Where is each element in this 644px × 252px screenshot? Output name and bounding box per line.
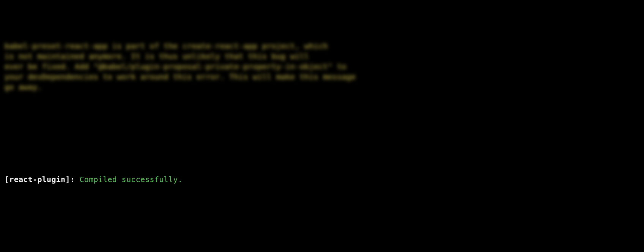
compiled-line: [react-plugin]: Compiled successfully. — [5, 174, 639, 185]
compiled-msg: Compiled successfully. — [79, 175, 183, 184]
plugin-tag: [react-plugin]: — [5, 175, 75, 184]
blank-line — [5, 123, 639, 133]
blurred-warning: babel-preset-react-app is part of the cr… — [5, 41, 639, 92]
terminal-output: babel-preset-react-app is part of the cr… — [0, 0, 644, 252]
blank-line — [5, 216, 639, 226]
